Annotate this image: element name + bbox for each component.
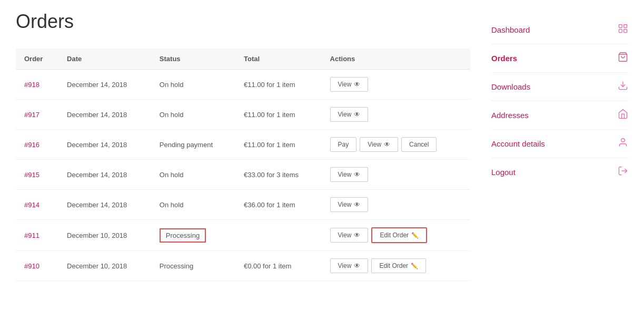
orders-icon [618, 52, 628, 65]
col-total: Total [235, 49, 322, 70]
page-title: Orders [16, 11, 470, 33]
table-row: #911December 10, 2018Processing€11.00 fo… [16, 220, 470, 251]
order-id[interactable]: #910 [16, 251, 58, 281]
eye-icon: 👁 [354, 231, 360, 239]
downloads-icon [618, 80, 628, 93]
order-date: December 10, 2018 [58, 251, 151, 281]
account-details-icon [618, 137, 628, 150]
eye-icon: 👁 [354, 111, 360, 118]
eye-icon: 👁 [354, 171, 360, 178]
col-order: Order [16, 49, 58, 70]
edit-order-button[interactable]: Edit Order ✏️ [371, 258, 426, 273]
order-status: On hold [151, 100, 235, 130]
edit-icon: ✏️ [411, 263, 418, 269]
table-row: #910December 10, 2018Processing€0.00 for… [16, 251, 470, 281]
edit-icon: ✏️ [411, 232, 419, 239]
sidebar-item-dashboard[interactable]: Dashboard [491, 16, 628, 44]
table-row: #917December 14, 2018On hold€11.00 for 1… [16, 100, 470, 130]
eye-icon: 👁 [354, 81, 360, 88]
view-button[interactable]: View 👁 [330, 228, 369, 243]
order-status: On hold [151, 160, 235, 190]
order-id[interactable]: #916 [16, 130, 58, 160]
order-status: On hold [151, 190, 235, 220]
order-status: Processing [151, 220, 235, 251]
logout-icon [618, 166, 628, 179]
order-id[interactable]: #917 [16, 100, 58, 130]
sidebar-item-label: Logout [491, 168, 516, 177]
sidebar-item-label: Orders [491, 54, 517, 63]
order-actions: View 👁Edit Order ✏️ [322, 251, 470, 281]
order-status: Processing [151, 251, 235, 281]
sidebar-item-label: Account details [491, 139, 545, 148]
addresses-icon [618, 109, 628, 122]
order-actions: View 👁 [322, 190, 470, 220]
eye-icon: 👁 [384, 141, 390, 148]
order-total: €36.00 for 1 item [235, 190, 322, 220]
sidebar: DashboardOrdersDownloadsAddressesAccount… [491, 11, 628, 281]
svg-point-8 [621, 139, 625, 142]
order-id[interactable]: #915 [16, 160, 58, 190]
order-total: €11.00 for 1 item [235, 220, 322, 251]
table-row: #914December 14, 2018On hold€36.00 for 1… [16, 190, 470, 220]
col-status: Status [151, 49, 235, 70]
order-id[interactable]: #911 [16, 220, 58, 251]
order-actions: View 👁 [322, 160, 470, 190]
sidebar-item-label: Downloads [491, 82, 530, 91]
table-row: #916December 14, 2018Pending payment€11.… [16, 130, 470, 160]
svg-rect-4 [619, 30, 622, 33]
eye-icon: 👁 [354, 262, 360, 269]
col-date: Date [58, 49, 151, 70]
eye-icon: 👁 [354, 201, 360, 208]
pay-button[interactable]: Pay [330, 137, 357, 152]
edit-order-button[interactable]: Edit Order ✏️ [371, 227, 427, 243]
view-button[interactable]: View 👁 [360, 137, 398, 152]
order-actions: PayView 👁Cancel [322, 130, 470, 160]
orders-table: Order Date Status Total Actions #918Dece… [16, 49, 470, 281]
table-row: #918December 14, 2018On hold€11.00 for 1… [16, 70, 470, 100]
order-id[interactable]: #918 [16, 70, 58, 100]
order-total: €33.00 for 3 items [235, 160, 322, 190]
order-actions: View 👁 [322, 100, 470, 130]
sidebar-item-logout[interactable]: Logout [491, 158, 628, 186]
order-date: December 14, 2018 [58, 100, 151, 130]
view-button[interactable]: View 👁 [330, 197, 369, 212]
sidebar-item-orders[interactable]: Orders [491, 44, 628, 73]
sidebar-item-label: Addresses [491, 111, 529, 120]
order-date: December 14, 2018 [58, 160, 151, 190]
view-button[interactable]: View 👁 [330, 258, 369, 273]
cancel-button[interactable]: Cancel [401, 137, 437, 152]
table-row: #915December 14, 2018On hold€33.00 for 3… [16, 160, 470, 190]
order-actions: View 👁 [322, 70, 470, 100]
order-id[interactable]: #914 [16, 190, 58, 220]
order-date: December 10, 2018 [58, 220, 151, 251]
order-date: December 14, 2018 [58, 130, 151, 160]
order-date: December 14, 2018 [58, 190, 151, 220]
order-total: €11.00 for 1 item [235, 100, 322, 130]
sidebar-item-downloads[interactable]: Downloads [491, 73, 628, 101]
order-status: On hold [151, 70, 235, 100]
svg-rect-5 [624, 30, 627, 33]
view-button[interactable]: View 👁 [330, 107, 369, 122]
sidebar-item-addresses[interactable]: Addresses [491, 101, 628, 130]
sidebar-item-label: Dashboard [491, 25, 530, 34]
sidebar-item-account-details[interactable]: Account details [491, 130, 628, 158]
order-total: €11.00 for 1 item [235, 70, 322, 100]
svg-rect-3 [624, 25, 627, 28]
order-total: €0.00 for 1 item [235, 251, 322, 281]
dashboard-icon [618, 23, 628, 36]
order-total: €11.00 for 1 item [235, 130, 322, 160]
col-actions: Actions [322, 49, 470, 70]
order-actions: View 👁Edit Order ✏️ [322, 220, 470, 251]
order-status: Pending payment [151, 130, 235, 160]
view-button[interactable]: View 👁 [330, 167, 369, 182]
view-button[interactable]: View 👁 [330, 77, 369, 92]
order-date: December 14, 2018 [58, 70, 151, 100]
svg-rect-2 [619, 25, 622, 28]
